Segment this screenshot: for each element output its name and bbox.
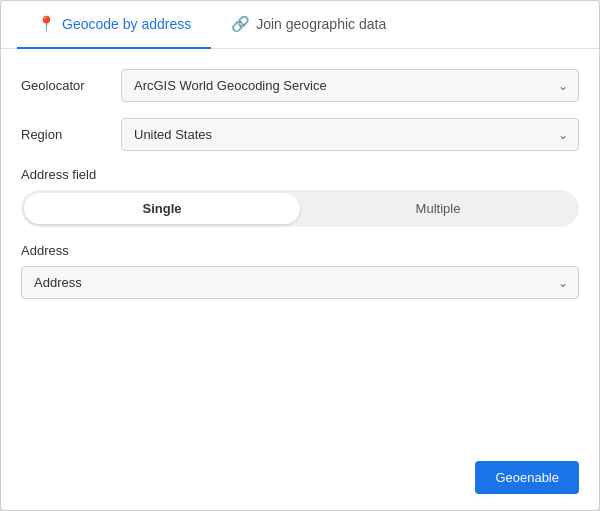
geolocator-select[interactable]: ArcGIS World Geocoding Service ⌄ [121, 69, 579, 102]
join-icon: 🔗 [231, 15, 250, 33]
tab-join-label: Join geographic data [256, 16, 386, 32]
address-select[interactable]: Address ⌄ [21, 266, 579, 299]
region-row: Region United States ⌄ [21, 118, 579, 151]
tab-join[interactable]: 🔗 Join geographic data [211, 1, 406, 49]
dialog-container: 📍 Geocode by address 🔗 Join geographic d… [0, 0, 600, 511]
form-content: Geolocator ArcGIS World Geocoding Servic… [1, 49, 599, 445]
tab-bar: 📍 Geocode by address 🔗 Join geographic d… [1, 1, 599, 49]
address-field-section: Address field Single Multiple [21, 167, 579, 227]
dialog-footer: Geoenable [1, 445, 599, 510]
geolocator-row: Geolocator ArcGIS World Geocoding Servic… [21, 69, 579, 102]
address-chevron-icon: ⌄ [558, 276, 568, 290]
region-value: United States [134, 127, 212, 142]
geolocator-label: Geolocator [21, 78, 121, 93]
address-section-label: Address [21, 243, 579, 258]
address-section: Address Address ⌄ [21, 243, 579, 299]
geolocator-chevron-icon: ⌄ [558, 79, 568, 93]
region-select[interactable]: United States ⌄ [121, 118, 579, 151]
region-chevron-icon: ⌄ [558, 128, 568, 142]
toggle-single[interactable]: Single [24, 193, 300, 224]
address-field-toggle: Single Multiple [21, 190, 579, 227]
geocode-icon: 📍 [37, 15, 56, 33]
tab-geocode[interactable]: 📍 Geocode by address [17, 1, 211, 49]
geoenable-button[interactable]: Geoenable [475, 461, 579, 494]
region-select-wrapper: United States ⌄ [121, 118, 579, 151]
address-value: Address [34, 275, 82, 290]
tab-geocode-label: Geocode by address [62, 16, 191, 32]
geolocator-value: ArcGIS World Geocoding Service [134, 78, 327, 93]
toggle-multiple[interactable]: Multiple [300, 193, 576, 224]
address-field-label: Address field [21, 167, 579, 182]
address-select-wrapper: Address ⌄ [21, 266, 579, 299]
geolocator-select-wrapper: ArcGIS World Geocoding Service ⌄ [121, 69, 579, 102]
region-label: Region [21, 127, 121, 142]
